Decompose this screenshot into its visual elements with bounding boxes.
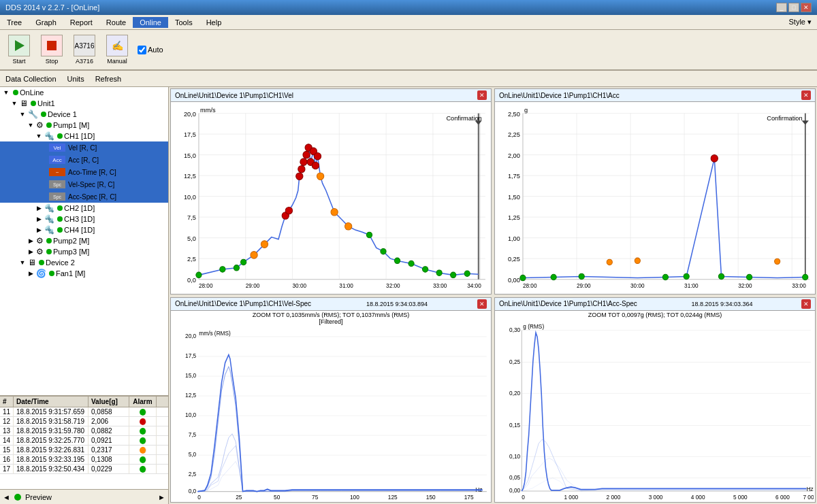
svg-text:0,10: 0,10 — [509, 452, 520, 460]
svg-text:1,75: 1,75 — [508, 173, 520, 180]
menu-tools[interactable]: Tools — [168, 17, 199, 28]
table-row[interactable]: 14 18.8.2015 9:32:25.770 0,0921 — [0, 436, 168, 446]
svg-text:28:00: 28:00 — [523, 282, 537, 289]
expand-ch4[interactable]: ▶ — [34, 225, 44, 235]
svg-rect-1 — [47, 41, 57, 50]
table-row[interactable]: 16 18.8.2015 9:32:33.195 0,1308 — [0, 455, 168, 465]
online-label: OnLine — [20, 88, 44, 97]
svg-point-62 — [422, 267, 428, 272]
stop-button[interactable]: Stop — [37, 33, 67, 67]
tree-fan1[interactable]: ▶ 🌀 Fan1 [M] — [25, 268, 168, 279]
svg-point-65 — [464, 271, 470, 276]
header-value: Value[g] — [89, 397, 129, 407]
chart-vel-close[interactable]: ✕ — [477, 90, 487, 100]
tree-ch2[interactable]: ▶ 🔩 CH2 [1D] — [33, 203, 168, 214]
close-button[interactable]: ✕ — [801, 3, 812, 12]
prev-arrow-left[interactable]: ◄ — [3, 493, 10, 501]
tree-device2[interactable]: ▼ 🖥 Device 2 — [16, 257, 168, 268]
maximize-button[interactable]: □ — [788, 3, 799, 12]
chart-acc-close[interactable]: ✕ — [801, 90, 811, 100]
svg-point-105 — [635, 258, 640, 263]
tree-acotim[interactable]: ~ Aco-Time [R, C] — [0, 166, 168, 178]
expand-pump1[interactable]: ▼ — [26, 120, 35, 130]
expand-online[interactable]: ▼ — [1, 88, 11, 97]
a3716-button[interactable]: A3716 A3716 — [69, 33, 99, 67]
svg-text:34:00: 34:00 — [467, 282, 481, 289]
menu-online[interactable]: Online — [133, 17, 168, 28]
svg-point-104 — [607, 259, 612, 265]
tree-ch1[interactable]: ▼ 🔩 CH1 [1D] — [33, 131, 168, 141]
svg-text:150: 150 — [426, 493, 436, 501]
expand-fan1[interactable]: ▶ — [26, 269, 35, 278]
svg-text:1,25: 1,25 — [508, 214, 520, 221]
svg-text:125: 125 — [388, 493, 398, 501]
window-controls: _ □ ✕ — [776, 3, 812, 12]
svg-text:0,05: 0,05 — [509, 473, 520, 481]
table-row[interactable]: 17 18.8.2015 9:32:50.434 0,0229 — [0, 465, 168, 474]
tree-unit1[interactable]: ▼ 🖥 Unit1 — [8, 98, 168, 109]
tree-content: ▼ OnLine ▼ 🖥 Unit1 ▼ 🔧 Device 1 ▼ — [0, 87, 168, 395]
svg-text:1,00: 1,00 — [508, 235, 520, 242]
chart-accspec-close[interactable]: ✕ — [801, 299, 811, 309]
menu-route[interactable]: Route — [99, 17, 133, 28]
minimize-button[interactable]: _ — [776, 3, 787, 12]
start-button[interactable]: Start — [4, 33, 34, 67]
chart-velspec: OnLine\Unit1\Device 1\Pump1\CH1\Vel-Spec… — [170, 297, 492, 503]
row-date: 18.8.2015 9:31:58.719 — [14, 417, 89, 426]
expand-pump3[interactable]: ▶ — [26, 247, 35, 256]
expand-pump2[interactable]: ▶ — [26, 236, 35, 246]
tree-vel[interactable]: Vel Vel [R, C] — [0, 141, 168, 154]
chart-velspec-close[interactable]: ✕ — [477, 299, 487, 309]
manual-button[interactable]: ✍ Manual — [102, 33, 132, 67]
prev-arrow-right[interactable]: ► — [158, 493, 165, 501]
expand-ch3[interactable]: ▶ — [34, 214, 44, 224]
svg-text:12,5: 12,5 — [184, 173, 196, 180]
tree-acc[interactable]: Acc Acc [R, C] — [0, 154, 168, 166]
tree-ch3[interactable]: ▶ 🔩 CH3 [1D] — [33, 214, 168, 224]
row-num: 12 — [0, 417, 14, 426]
title-bar: DDS 2014 v 2.2.7 - [OnLine] _ □ ✕ — [0, 0, 817, 15]
svg-text:30:00: 30:00 — [293, 282, 307, 289]
menu-tree[interactable]: Tree — [0, 17, 29, 28]
tree-pump3[interactable]: ▶ ⚙ Pump3 [M] — [25, 246, 168, 257]
auto-label: Auto — [148, 46, 163, 54]
menu-graph[interactable]: Graph — [29, 17, 63, 28]
expand-ch2[interactable]: ▶ — [34, 203, 44, 213]
style-menu[interactable]: Style ▾ — [788, 18, 817, 27]
row-date: 18.8.2015 9:32:33.195 — [14, 455, 89, 464]
svg-text:0: 0 — [197, 493, 201, 501]
menu-help[interactable]: Help — [199, 17, 229, 28]
expand-unit1[interactable]: ▼ — [10, 99, 19, 108]
chart-accspec: OnLine\Unit1\Device 1\Pump1\CH1\Acc-Spec… — [494, 297, 816, 503]
expand-device1[interactable]: ▼ — [18, 110, 27, 119]
auto-checkbox[interactable] — [138, 46, 146, 54]
tree-device1[interactable]: ▼ 🔧 Device 1 — [16, 109, 168, 120]
expand-device2[interactable]: ▼ — [18, 258, 27, 267]
tree-pump1[interactable]: ▼ ⚙ Pump1 [M] — [25, 120, 168, 131]
data-collection-button[interactable]: Data Collection — [5, 75, 57, 83]
expand-ch1[interactable]: ▼ — [34, 131, 44, 141]
start-icon — [8, 35, 30, 56]
ch4-label: CH4 [1D] — [64, 226, 95, 234]
tree-online[interactable]: ▼ OnLine — [0, 87, 168, 98]
acc-bar: Acc — [49, 156, 65, 164]
pump2-label: Pump2 [M] — [53, 237, 89, 245]
tree-ch4[interactable]: ▶ 🔩 CH4 [1D] — [33, 224, 168, 235]
menu-report[interactable]: Report — [63, 17, 99, 28]
tree-accspec[interactable]: Spc Acc-Spec [R, C] — [0, 190, 168, 203]
table-row[interactable]: 13 18.8.2015 9:31:59.780 0,0882 — [0, 426, 168, 436]
table-row[interactable]: 15 18.8.2015 9:32:26.831 0,2317 — [0, 446, 168, 455]
tree-pump2[interactable]: ▶ ⚙ Pump2 [M] — [25, 235, 168, 246]
vel-label: Vel [R, C] — [68, 144, 97, 152]
units-button[interactable]: Units — [67, 75, 84, 83]
table-row[interactable]: 11 18.8.2015 9:31:57.659 0,0858 — [0, 407, 168, 417]
table-body: 11 18.8.2015 9:31:57.659 0,0858 12 18.8.… — [0, 407, 168, 489]
refresh-button[interactable]: Refresh — [95, 75, 122, 83]
chart-accspec-title: OnLine\Unit1\Device 1\Pump1\CH1\Acc-Spec… — [495, 298, 815, 311]
svg-text:mm/s: mm/s — [200, 106, 216, 113]
table-row[interactable]: 12 18.8.2015 9:31:58.719 2,006 — [0, 417, 168, 426]
chart-acc-title: OnLine\Unit1\Device 1\Pump1\CH1\Acc ✕ — [495, 89, 815, 102]
tree-velspec[interactable]: Spc Vel-Spec [R, C] — [0, 178, 168, 190]
data-table: # Date/Time Value[g] Alarm 11 18.8.2015 … — [0, 395, 168, 504]
pump3-icon: ⚙ — [36, 247, 44, 256]
